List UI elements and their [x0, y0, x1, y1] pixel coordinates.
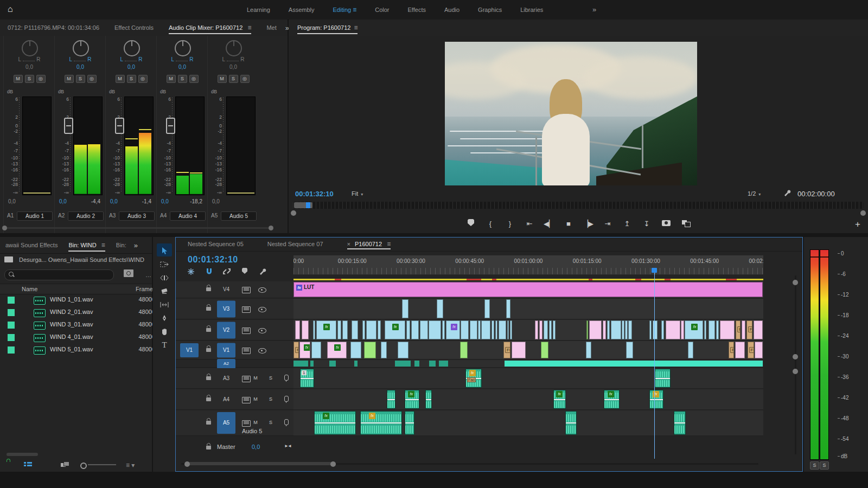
track-name-field[interactable]: Audio 1 [17, 211, 53, 221]
scrollbar-knob[interactable] [860, 210, 866, 216]
solo-track-button[interactable]: S [267, 396, 275, 403]
video-clip[interactable] [478, 320, 480, 339]
write-keyframes-button[interactable]: ◎ [189, 75, 199, 83]
lock-track-icon[interactable] [206, 328, 211, 332]
toggle-track-output-icon[interactable] [258, 307, 266, 312]
audio-clip[interactable] [674, 411, 686, 435]
video-clip[interactable] [553, 320, 556, 339]
workspace-tab-color[interactable]: Color [375, 7, 389, 13]
mute-button[interactable]: M [116, 75, 125, 83]
write-keyframes-button[interactable]: ◎ [36, 75, 46, 83]
pan-value[interactable]: 0,0 [106, 64, 157, 70]
video-clip[interactable] [586, 320, 588, 339]
fader-value[interactable]: 0,0 [212, 198, 220, 204]
track-lane-A2[interactable] [293, 360, 763, 368]
toggle-track-output-icon[interactable] [258, 348, 266, 354]
track-target-V4[interactable]: V4 [217, 283, 235, 296]
volume-fader[interactable] [64, 118, 73, 134]
video-clip[interactable]: Film [748, 342, 754, 358]
sync-lock-icon[interactable] [242, 306, 251, 313]
lock-track-icon[interactable] [206, 307, 211, 311]
program-settings-wrench-icon[interactable] [783, 189, 791, 198]
pan-knob[interactable] [124, 40, 140, 56]
track-target-V2[interactable]: V2 [217, 322, 235, 338]
video-clip[interactable] [755, 342, 763, 358]
tab-overflow-icon[interactable]: » [134, 241, 138, 249]
workspace-overflow-icon[interactable]: » [592, 5, 596, 14]
sort-icons-button[interactable]: ≡ ▾ [126, 461, 135, 469]
mute-track-button[interactable]: M [252, 419, 259, 426]
pan-value[interactable]: 0,0 [208, 64, 259, 70]
video-clip[interactable] [506, 299, 510, 318]
audio-clip[interactable] [429, 361, 435, 367]
video-clip[interactable]: Film [293, 342, 299, 358]
write-keyframes-button[interactable]: ◎ [87, 75, 97, 83]
tab-bin-wind[interactable]: Bin: WIND ≡ [68, 237, 105, 253]
solo-right-button[interactable]: S [820, 461, 829, 470]
audio-clip[interactable] [565, 411, 577, 435]
adjustment-layer-clip[interactable]: fxLUT [293, 282, 763, 297]
video-clip[interactable] [754, 320, 763, 339]
audio-clip[interactable]: fx [360, 411, 402, 435]
export-frame-button[interactable] [660, 220, 672, 228]
mark-out-button[interactable]: } [504, 220, 516, 228]
video-clip[interactable] [507, 320, 509, 339]
panel-overflow-icon[interactable]: … [145, 272, 151, 278]
toggle-track-output-icon[interactable] [258, 287, 266, 293]
audio-clip[interactable] [329, 361, 336, 367]
lock-track-icon[interactable] [206, 376, 211, 380]
playhead-head[interactable] [652, 268, 657, 273]
type-tool[interactable]: T [157, 338, 172, 351]
track-target-A3[interactable]: A3 [217, 370, 235, 387]
pan-knob[interactable] [226, 40, 242, 56]
track-lane-V3[interactable] [293, 299, 763, 319]
tab-bin[interactable]: Bin: [116, 237, 126, 253]
mute-track-button[interactable]: M [252, 375, 259, 382]
scrollbar-knob[interactable] [793, 369, 798, 374]
audio-clip[interactable]: fx [405, 390, 419, 409]
audio-clip[interactable] [505, 361, 763, 367]
pan-value[interactable]: 0,0 [4, 64, 55, 70]
track-lane-V2[interactable]: fxfxfxfxFilmFilm [293, 320, 763, 341]
tab-effect-controls[interactable]: Effect Controls [114, 20, 154, 36]
audio-clip[interactable] [354, 361, 358, 367]
solo-left-button[interactable]: S [810, 461, 819, 470]
track-target-A4[interactable]: A4 [217, 391, 235, 408]
video-clip[interactable] [716, 320, 719, 339]
video-clip[interactable] [499, 320, 507, 339]
workspace-tab-effects[interactable]: Effects [408, 7, 426, 13]
video-clip[interactable] [626, 342, 633, 358]
label-color-chip[interactable] [8, 322, 15, 329]
video-clip[interactable] [661, 320, 664, 339]
video-clip[interactable] [649, 320, 652, 339]
sync-lock-icon[interactable] [242, 328, 251, 334]
solo-track-button[interactable]: S [267, 419, 275, 426]
video-clip[interactable] [589, 320, 602, 339]
tab-audio-clip-mixer-p1600712[interactable]: Audio Clip Mixer: P1600712 ≡ [169, 20, 251, 36]
workspace-tab-graphics[interactable]: Graphics [478, 7, 502, 13]
video-clip[interactable] [481, 320, 490, 339]
bin-item-row[interactable]: WIND 1_01.wav 48000 [0, 294, 152, 306]
sync-lock-icon[interactable] [242, 348, 251, 354]
write-keyframes-button[interactable]: ◎ [240, 75, 250, 83]
track-target-V3[interactable]: V3 [217, 300, 235, 317]
panel-menu-icon[interactable]: ≡ [247, 24, 251, 31]
panel-menu-icon[interactable]: ≡ [354, 24, 358, 31]
label-color-chip[interactable] [8, 334, 15, 341]
label-color-chip[interactable] [8, 309, 15, 316]
razor-tool[interactable] [157, 284, 172, 297]
track-lane-V4[interactable]: fxLUT [293, 281, 763, 298]
tab-awaii-sound-effects[interactable]: awaii Sound Effects [5, 237, 58, 253]
selection-tool[interactable] [157, 243, 172, 256]
video-clip[interactable] [437, 299, 443, 318]
mute-button[interactable]: M [218, 75, 227, 83]
clip-name[interactable]: WIND 5_01.wav [50, 346, 93, 352]
track-lane-A4[interactable]: fx fx fx fx [293, 389, 763, 410]
write-keyframes-button[interactable]: ◎ [138, 75, 148, 83]
video-clip[interactable] [625, 320, 627, 339]
button-editor-plus[interactable]: + [855, 219, 860, 230]
scrollbar-knob[interactable] [291, 210, 296, 216]
track-name-field[interactable]: Audio 4 [170, 211, 206, 221]
lock-track-icon[interactable] [206, 348, 211, 352]
video-clip[interactable] [402, 299, 409, 318]
